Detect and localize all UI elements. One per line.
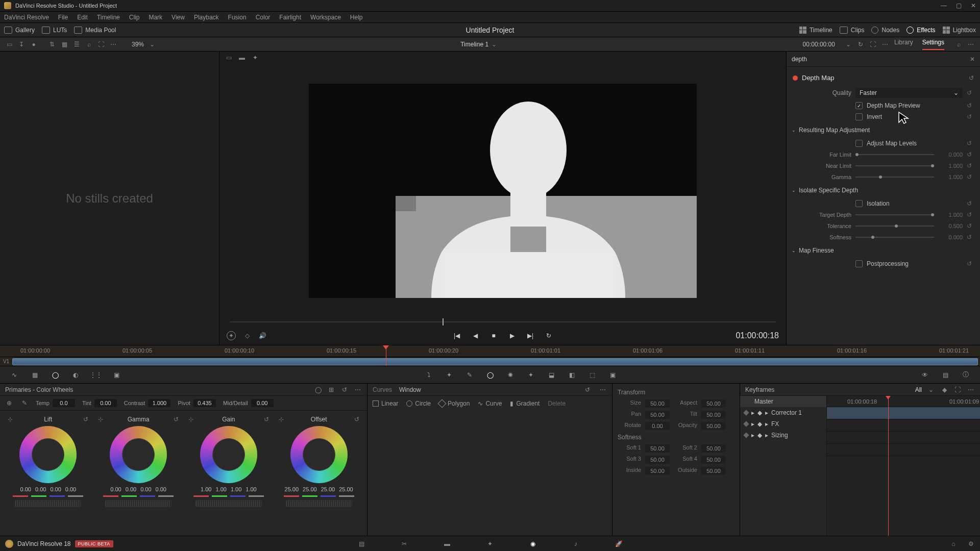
soft1-value[interactable]: 50.00 bbox=[645, 444, 670, 453]
menu-mark[interactable]: Mark bbox=[149, 14, 162, 21]
quality-dropdown[interactable]: Faster⌄ bbox=[855, 88, 963, 98]
menu-playback[interactable]: Playback bbox=[194, 14, 219, 21]
softness-reset[interactable]: ↺ bbox=[967, 234, 974, 241]
near-limit-reset[interactable]: ↺ bbox=[967, 162, 974, 169]
contrast-value[interactable]: 1.000 bbox=[148, 399, 170, 407]
gamma-reset[interactable]: ↺ bbox=[967, 173, 974, 181]
pivot-value[interactable]: 0.435 bbox=[193, 399, 216, 407]
depth-preview-checkbox[interactable]: ✓ bbox=[855, 102, 863, 109]
viewer-mode2-icon[interactable]: ▬ bbox=[238, 54, 246, 62]
timeline-dropdown-icon[interactable]: ⌄ bbox=[490, 40, 498, 48]
keyframe-timeline[interactable]: 01:00:00:1801:00:01:09 bbox=[827, 396, 980, 551]
soft2-value[interactable]: 50.00 bbox=[701, 444, 726, 453]
far-limit-reset[interactable]: ↺ bbox=[967, 151, 974, 158]
qualifier-icon[interactable]: ▦ bbox=[30, 370, 40, 380]
close-button[interactable]: ✕ bbox=[971, 2, 976, 9]
effect-reset-button[interactable]: ↺ bbox=[969, 74, 974, 82]
audio-icon[interactable]: 🔊 bbox=[258, 332, 266, 340]
near-limit-value[interactable]: 1.000 bbox=[938, 163, 963, 169]
tracker-icon[interactable]: ✺ bbox=[505, 370, 516, 380]
near-limit-slider[interactable] bbox=[855, 165, 934, 166]
gallery-toggle[interactable]: Gallery bbox=[4, 27, 35, 34]
window-reset-icon[interactable]: ↺ bbox=[583, 386, 592, 394]
viewer-more-icon[interactable]: ⋯ bbox=[881, 40, 889, 48]
effects-toggle[interactable]: Effects bbox=[906, 27, 935, 34]
kf-eye-icon[interactable]: 👁 bbox=[920, 370, 930, 380]
isolation-checkbox[interactable] bbox=[855, 200, 863, 207]
pan-value[interactable]: 50.00 bbox=[645, 411, 670, 419]
wheels-mode2-icon[interactable]: ⊞ bbox=[327, 386, 335, 394]
invert-reset[interactable]: ↺ bbox=[967, 113, 974, 120]
gallery-view-icon[interactable]: ▭ bbox=[5, 40, 13, 48]
far-limit-slider[interactable] bbox=[855, 154, 934, 155]
kf-more-icon[interactable]: ⋯ bbox=[967, 386, 975, 394]
lift-picker-icon[interactable]: ⊹ bbox=[8, 416, 13, 423]
play-button[interactable]: ▶ bbox=[507, 331, 517, 340]
tolerance-reset[interactable]: ↺ bbox=[967, 222, 974, 230]
blur-icon[interactable]: ⬓ bbox=[546, 370, 556, 380]
luts-toggle[interactable]: LUTs bbox=[42, 27, 67, 34]
section-isolate[interactable]: ⌄Isolate Specific Depth bbox=[787, 183, 980, 198]
sizing-icon[interactable]: ⬚ bbox=[587, 370, 597, 380]
minimize-button[interactable]: — bbox=[941, 2, 947, 9]
offset-wheel[interactable] bbox=[290, 426, 348, 483]
menu-help[interactable]: Help bbox=[350, 14, 363, 21]
tolerance-slider[interactable] bbox=[855, 226, 934, 227]
bypass-icon[interactable]: ✦ bbox=[227, 331, 236, 340]
gain-reset-icon[interactable]: ↺ bbox=[264, 416, 269, 423]
first-frame-button[interactable]: |◀ bbox=[452, 331, 461, 340]
menu-fusion[interactable]: Fusion bbox=[228, 14, 247, 21]
adjust-levels-reset[interactable]: ↺ bbox=[967, 140, 974, 147]
menu-fairlight[interactable]: Fairlight bbox=[279, 14, 301, 21]
aspect-value[interactable]: 50.00 bbox=[701, 399, 726, 408]
custom-curves-icon[interactable]: ⤵ bbox=[424, 370, 434, 380]
lift-reset-icon[interactable]: ↺ bbox=[83, 416, 88, 423]
timeline-toggle[interactable]: Timeline bbox=[799, 27, 832, 34]
wheels-more-icon[interactable]: ⋯ bbox=[354, 386, 362, 394]
clips-toggle[interactable]: Clips bbox=[840, 27, 865, 34]
next-frame-button[interactable]: ▶| bbox=[526, 331, 535, 340]
hdr-icon[interactable]: ▣ bbox=[111, 370, 121, 380]
page-fairlight[interactable]: ♪ bbox=[570, 539, 582, 549]
soft3-value[interactable]: 50.00 bbox=[645, 456, 670, 464]
offset-ywheel[interactable] bbox=[286, 500, 352, 507]
window-linear[interactable]: Linear bbox=[373, 400, 398, 407]
inside-value[interactable]: 50.00 bbox=[645, 467, 670, 475]
menu-workspace[interactable]: Workspace bbox=[310, 14, 341, 21]
timeline-name[interactable]: Timeline 1 bbox=[460, 41, 488, 48]
softness-value[interactable]: 0.000 bbox=[938, 234, 963, 240]
menu-file[interactable]: File bbox=[58, 14, 68, 21]
gamma-value[interactable]: 1.000 bbox=[938, 174, 963, 180]
picker-tool-icon[interactable]: ✎ bbox=[20, 399, 29, 407]
depth-preview-reset[interactable]: ↺ bbox=[967, 102, 974, 109]
postprocessing-checkbox[interactable] bbox=[855, 260, 863, 267]
kf-corrector[interactable]: ▸◆▸Corrector 1 bbox=[740, 407, 826, 418]
viewer-timecode[interactable]: 00:00:00:00 bbox=[803, 41, 835, 48]
menu-clip[interactable]: Clip bbox=[129, 14, 140, 21]
isolation-reset[interactable]: ↺ bbox=[967, 200, 974, 207]
kf-dropdown-icon[interactable]: ⌄ bbox=[927, 386, 935, 394]
loop-button[interactable]: ↻ bbox=[544, 331, 553, 340]
sort-icon[interactable]: ⇅ bbox=[48, 40, 56, 48]
kf-playhead[interactable] bbox=[888, 396, 889, 551]
list-view-icon[interactable]: ☰ bbox=[72, 40, 81, 48]
picker-icon[interactable]: ✎ bbox=[464, 370, 475, 380]
window-circle[interactable]: Circle bbox=[406, 400, 431, 407]
target-depth-slider[interactable] bbox=[855, 214, 934, 215]
clear-search-button[interactable]: ✕ bbox=[970, 56, 975, 63]
window-gradient[interactable]: ▮Gradient bbox=[510, 400, 540, 407]
home-icon[interactable]: ⌂ bbox=[949, 540, 958, 548]
viewer-mode1-icon[interactable]: ▭ bbox=[225, 54, 233, 62]
gain-picker-icon[interactable]: ⊹ bbox=[188, 416, 193, 423]
timeline-icon[interactable]: ◇ bbox=[243, 332, 251, 340]
kf-sizing[interactable]: ▸◆▸Sizing bbox=[740, 430, 826, 441]
3d-icon[interactable]: ▣ bbox=[607, 370, 618, 380]
gain-wheel[interactable] bbox=[200, 426, 257, 483]
primaries-icon[interactable]: ◯ bbox=[50, 370, 60, 380]
size-value[interactable]: 50.00 bbox=[645, 399, 670, 408]
menu-color[interactable]: Color bbox=[256, 14, 271, 21]
lightbox-toggle[interactable]: Lightbox bbox=[943, 27, 976, 34]
viewer[interactable] bbox=[219, 64, 786, 317]
window-delete[interactable]: Delete bbox=[548, 400, 566, 407]
tab-library[interactable]: Library bbox=[894, 39, 913, 50]
